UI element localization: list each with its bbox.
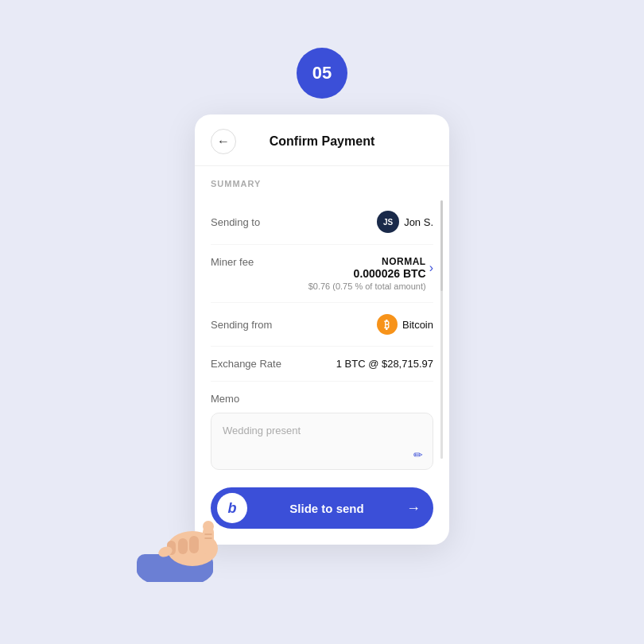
miner-fee-details: NORMAL 0.000026 BTC $0.76 (0.75 % of tot… — [308, 256, 426, 291]
step-number: 05 — [312, 63, 332, 83]
miner-fee-row: Miner fee NORMAL 0.000026 BTC $0.76 (0.7… — [211, 245, 433, 303]
edit-memo-icon[interactable]: ✏ — [413, 448, 423, 461]
slide-btn-area: b Slide to send → — [195, 476, 449, 545]
sending-to-value: JS Jon S. — [377, 211, 433, 233]
recipient-avatar: JS — [377, 211, 399, 233]
memo-placeholder: Wedding present — [223, 425, 301, 436]
scrollbar-track — [440, 200, 443, 459]
page-title: Confirm Payment — [236, 134, 408, 149]
step-circle: 05 — [297, 48, 347, 99]
miner-fee-chevron-icon[interactable]: › — [429, 261, 433, 275]
slide-btn-arrow-icon: → — [406, 500, 421, 517]
svg-point-0 — [137, 553, 213, 582]
fee-type: NORMAL — [308, 256, 426, 267]
miner-fee-label: Miner fee — [211, 256, 254, 268]
svg-rect-5 — [189, 536, 199, 553]
svg-rect-7 — [167, 541, 176, 555]
payment-card: ← Confirm Payment SUMMARY Sending to JS … — [195, 114, 449, 545]
card-header: ← Confirm Payment — [195, 114, 449, 166]
scrollbar-thumb — [440, 200, 443, 291]
exchange-rate-value: 1 BTC @ $28,715.97 — [336, 358, 433, 370]
sending-to-row: Sending to JS Jon S. — [211, 200, 433, 245]
slide-btn-label: Slide to send — [247, 502, 406, 515]
sending-from-row: Sending from ₿ Bitcoin — [211, 303, 433, 347]
miner-fee-right: NORMAL 0.000026 BTC $0.76 (0.75 % of tot… — [308, 256, 433, 291]
back-button[interactable]: ← — [211, 129, 236, 154]
card-content: SUMMARY Sending to JS Jon S. Miner fee N… — [195, 166, 449, 476]
slide-btn-logo: b — [217, 493, 247, 523]
memo-section: Memo Wedding present ✏ — [211, 382, 433, 476]
svg-point-8 — [157, 545, 173, 558]
currency-name: Bitcoin — [402, 319, 433, 331]
svg-rect-6 — [178, 538, 188, 554]
avatar-initials: JS — [383, 218, 393, 227]
fee-btc: 0.000026 BTC — [308, 267, 426, 280]
sending-from-label: Sending from — [211, 319, 272, 331]
logo-letter: b — [228, 500, 237, 517]
memo-box[interactable]: Wedding present ✏ — [211, 413, 433, 470]
exchange-rate-row: Exchange Rate 1 BTC @ $28,715.97 — [211, 347, 433, 382]
sending-to-label: Sending to — [211, 216, 260, 228]
slide-to-send-button[interactable]: b Slide to send → — [211, 487, 433, 529]
exchange-rate-label: Exchange Rate — [211, 358, 281, 370]
fee-usd: $0.76 (0.75 % of total amount) — [308, 281, 426, 291]
sending-from-value: ₿ Bitcoin — [377, 314, 433, 335]
svg-rect-1 — [137, 554, 213, 578]
summary-section-label: SUMMARY — [211, 179, 433, 188]
back-arrow-icon: ← — [217, 135, 230, 148]
scene: 05 ← Confirm Payment SUMMARY Sending to … — [0, 0, 644, 644]
recipient-name: Jon S. — [404, 216, 433, 228]
bitcoin-icon: ₿ — [377, 314, 398, 335]
bitcoin-symbol: ₿ — [384, 319, 390, 331]
memo-label: Memo — [211, 393, 433, 405]
